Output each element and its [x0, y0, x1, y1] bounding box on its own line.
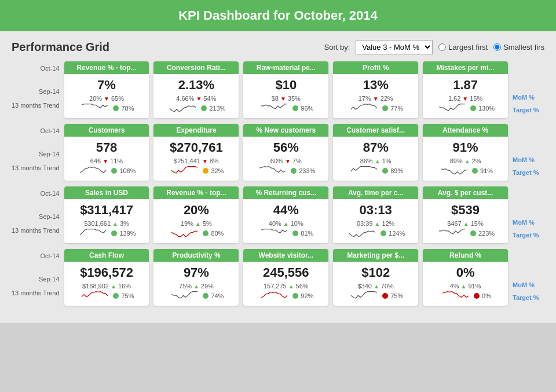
trend-dot: [382, 168, 388, 174]
mom-label: MoM %: [513, 94, 544, 101]
card-main-value: 44%: [248, 203, 324, 218]
sort-label: Sort by:: [324, 43, 350, 52]
sep-value: 20%: [89, 95, 102, 102]
sep-pct: 22%: [381, 95, 393, 102]
trend-dot: [472, 168, 478, 174]
card-0-1: Conversion Rati... 2.13% 4.66% ▼ 54% 213…: [153, 61, 239, 118]
arrow-down-icon: ▼: [285, 158, 291, 164]
sep-value: 03:39: [357, 220, 373, 227]
sparkline: [169, 291, 200, 301]
card-1-4: Attendance % 91% 89% ▲ 2% 91%: [423, 124, 508, 181]
card-header: Mistakes per mi...: [423, 61, 508, 74]
trend-pct: 0%: [482, 292, 491, 299]
arrow-up-icon: ▲: [288, 283, 294, 290]
card-sep-row: 1.62 ▼ 15%: [427, 95, 503, 102]
card-trend-row: 223%: [427, 228, 503, 239]
left-labels-row-1: Oct-14 Sep-14 13 months Trend: [12, 124, 60, 181]
card-trend-row: 213%: [158, 103, 234, 113]
sep-pct: 11%: [110, 157, 123, 164]
left-labels-row-0: Oct-14 Sep-14 13 months Trend: [12, 61, 60, 118]
sparkline: [257, 166, 288, 176]
sort-select[interactable]: Value 3 - MoM %: [356, 40, 433, 54]
trend-pct: 124%: [389, 230, 405, 237]
trend-pct: 96%: [301, 105, 313, 112]
sparkline: [436, 228, 468, 239]
cards-row-2: Sales in USD $311,417 $301,661 ▲ 3% 139%…: [64, 186, 508, 243]
card-trend-row: 32%: [158, 166, 234, 176]
smallest-first-input[interactable]: [493, 43, 501, 51]
grid-row-0: Oct-14 Sep-14 13 months Trend Revenue % …: [12, 61, 544, 118]
trend-dot: [111, 168, 117, 174]
card-3-0: Cash Flow $196,572 $168,902 ▲ 16% 75%: [64, 249, 149, 306]
arrow-down-icon: ▼: [202, 158, 208, 164]
arrow-down-icon: ▼: [280, 96, 286, 102]
sparkline: [167, 103, 199, 113]
card-main-value: $270,761: [158, 140, 234, 155]
trend-dot: [382, 105, 388, 111]
trend-dot: [203, 230, 209, 236]
card-header: Raw-material pe...: [243, 61, 328, 74]
sparkline: [346, 228, 378, 239]
trend-dot: [382, 293, 388, 299]
card-header: Website visitor...: [243, 249, 328, 262]
trend-pct: 92%: [301, 292, 313, 299]
sep-pct: 5%: [203, 220, 212, 227]
sep-pct: 15%: [470, 95, 482, 102]
sparkline: [438, 166, 470, 176]
cards-row-3: Cash Flow $196,572 $168,902 ▲ 16% 75% Pr…: [64, 249, 508, 306]
target-label: Target %: [513, 294, 544, 301]
card-header: Customer satisf...: [333, 124, 418, 137]
sep-pct: 2%: [472, 157, 481, 164]
performance-grid-header: Performance Grid Sort by: Value 3 - MoM …: [12, 40, 544, 54]
cards-row-0: Revenue % - top... 7% 20% ▼ 65% 78% Conv…: [64, 61, 508, 118]
trend-dot: [381, 230, 386, 236]
card-header: Cash Flow: [64, 249, 149, 262]
arrow-up-icon: ▲: [374, 221, 380, 227]
trend-pct: 78%: [121, 105, 134, 112]
arrow-up-icon: ▲: [375, 158, 381, 164]
sep-value: $340: [357, 283, 371, 290]
sep-value: 4%: [450, 283, 459, 290]
arrow-up-icon: ▲: [463, 221, 469, 227]
page-header: KPI Dashboard for October, 2014: [0, 0, 556, 31]
sparkline: [440, 291, 471, 301]
card-1-3: Customer satisf... 87% 86% ▲ 1% 89%: [333, 124, 418, 181]
sep-value: 646: [90, 157, 101, 164]
sep-value: $251,441: [174, 157, 200, 164]
card-2-0: Sales in USD $311,417 $301,661 ▲ 3% 139%: [64, 186, 149, 243]
trend-dot: [292, 293, 298, 299]
right-labels-row-2: MoM % Target %: [513, 186, 544, 243]
mom-label: MoM %: [513, 219, 544, 226]
card-sep-row: 19% ▲ 5%: [158, 220, 234, 227]
arrow-up-icon: ▲: [374, 283, 379, 290]
target-label: Target %: [513, 107, 544, 113]
largest-first-input[interactable]: [438, 43, 446, 51]
sparkline: [258, 228, 290, 239]
sep-value: 1.62: [448, 95, 460, 102]
card-trend-row: 75%: [69, 291, 145, 301]
card-0-4: Mistakes per mi... 1.87 1.62 ▼ 15% 130%: [423, 61, 508, 118]
trend-dot: [291, 168, 297, 174]
card-main-value: 56%: [248, 140, 324, 155]
card-sep-row: 03:39 ▲ 12%: [338, 220, 414, 227]
card-header: Revenue % - top...: [64, 61, 149, 74]
card-trend-row: 130%: [427, 103, 503, 113]
card-sep-row: 17% ▼ 22%: [338, 95, 414, 102]
card-sep-row: 646 ▼ 11%: [69, 157, 145, 164]
sparkline: [348, 166, 380, 176]
sep-pct: 91%: [468, 283, 481, 290]
trend-pct: 106%: [119, 167, 136, 174]
card-header: % Returning cus...: [243, 186, 328, 199]
right-labels-row-1: MoM % Target %: [513, 124, 544, 181]
card-0-0: Revenue % - top... 7% 20% ▼ 65% 78%: [64, 61, 149, 118]
card-sep-row: 4% ▲ 91%: [427, 283, 503, 290]
grid-row-3: Oct-14 Sep-14 13 months Trend Cash Flow …: [12, 249, 544, 306]
sep-pct: 10%: [291, 220, 303, 227]
sep-value: 89%: [450, 157, 463, 164]
trend-dot: [203, 293, 209, 299]
smallest-first-radio[interactable]: Smallest firs: [493, 43, 544, 52]
arrow-down-icon: ▼: [373, 96, 379, 102]
card-main-value: 20%: [158, 203, 234, 218]
largest-first-radio[interactable]: Largest first: [438, 43, 488, 52]
card-3-3: Marketing per $... $102 $340 ▲ 70% 75%: [333, 249, 418, 306]
